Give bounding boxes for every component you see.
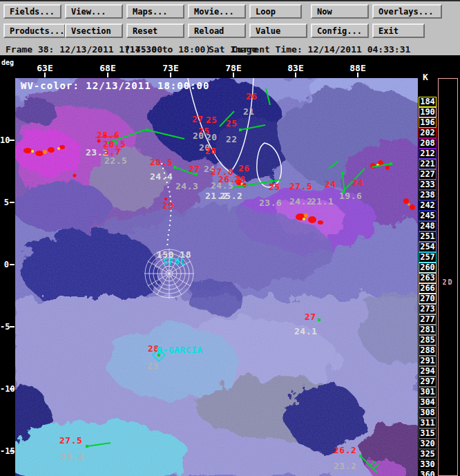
colorbar-value: 251 — [419, 232, 436, 241]
colorbar-value: 330 — [419, 460, 436, 469]
colorbar-entry: 294 — [419, 366, 437, 377]
colorbar-value: 320 — [419, 439, 436, 448]
lat-tick-label: -15 — [0, 446, 9, 456]
colorbar-entry: 308 — [419, 408, 437, 418]
colorbar-value: 360 — [419, 470, 436, 476]
menu-button-maps[interactable]: Maps... — [126, 4, 184, 19]
menu-button-products[interactable]: Products... — [3, 23, 66, 38]
colorbar-entry: 233 — [419, 180, 437, 190]
colorbar-value: 277 — [419, 315, 436, 324]
colorbar-entry: 254 — [419, 242, 437, 252]
lat-tick-mark — [10, 202, 15, 203]
colorbar-value: 257 — [419, 253, 436, 262]
image-title: WV-color: 12/13/2011 18:00:00 — [21, 80, 209, 91]
lat-tick-label: 5 — [0, 198, 9, 207]
colorbar-value: 248 — [419, 222, 436, 231]
colorbar-value: 281 — [419, 325, 436, 334]
colorbar-value: 288 — [419, 346, 436, 355]
colorbar-value: 238 — [419, 191, 436, 200]
menu-button-exit[interactable]: Exit — [372, 23, 425, 38]
colorbar-value: 254 — [419, 242, 436, 251]
colorbar-entry: 202 — [419, 128, 437, 138]
menu-button-reload[interactable]: Reload — [188, 23, 246, 38]
colorbar-entry: 311 — [419, 418, 437, 428]
menu-button-config[interactable]: Config... — [311, 23, 369, 38]
lat-tick-label: 10 — [0, 135, 9, 145]
menu-button-now[interactable]: Now — [311, 4, 369, 19]
colorbar-entry: 245 — [419, 211, 437, 221]
colorbar-entry: 285 — [419, 335, 437, 345]
lat-tick-label: -10 — [0, 384, 9, 394]
menu-bar: Fields...View...Maps...Movie...LoopNowOv… — [0, 0, 460, 55]
colorbar-value: 266 — [419, 284, 436, 293]
colorbar-entry: 277 — [419, 314, 437, 325]
wind-vector-dot — [86, 445, 88, 448]
lat-tick-label: 0 — [0, 260, 9, 269]
colorbar-value: 304 — [419, 398, 436, 407]
wind-vector-dot — [318, 318, 320, 321]
satellite-image-display[interactable] — [15, 78, 418, 476]
colorbar-value: 245 — [419, 211, 436, 220]
menu-button-value[interactable]: Value — [249, 23, 307, 38]
menu-button-vsection[interactable]: Vsection — [65, 23, 123, 38]
colorbar-entry: 251 — [419, 231, 437, 242]
colorbar-entry: 190 — [419, 107, 437, 117]
colorbar-entry: 360 — [419, 470, 437, 476]
colorbar-entry: 208 — [419, 138, 437, 149]
lon-tick-label: 78E — [225, 63, 241, 73]
colorbar-entry: 288 — [419, 345, 437, 356]
menu-button-view[interactable]: View... — [65, 4, 123, 19]
colorbar-entry: 315 — [419, 428, 437, 439]
colorbar-entry: 297 — [419, 377, 437, 387]
colorbar-entry: 270 — [419, 294, 437, 304]
lon-tick-mark — [295, 73, 296, 77]
lat-tick-mark — [10, 388, 15, 390]
lon-tick-mark — [107, 73, 108, 77]
colorbar-entry: 212 — [419, 149, 437, 159]
colorbar-entry: 196 — [419, 117, 437, 128]
colorbar-value: 301 — [419, 388, 436, 397]
wind-vector-dot — [390, 162, 392, 165]
colorbar-entry: 221 — [419, 159, 437, 169]
menu-button-reset[interactable]: Reset — [126, 23, 184, 38]
colorbar-entry: 291 — [419, 356, 437, 366]
menu-button-overlays[interactable]: Overlays... — [372, 4, 442, 19]
mcidas-weather-workstation: { "menu": { "row1": ["Fields...","View..… — [0, 0, 460, 476]
lon-tick-mark — [233, 73, 234, 77]
colorbar-value: 273 — [419, 305, 436, 314]
colorbar-value: 308 — [419, 408, 436, 417]
colorbar-value: 291 — [419, 356, 436, 365]
colorbar-value: 242 — [419, 201, 436, 210]
lon-tick-label: 73E — [162, 63, 178, 73]
lat-tick-mark — [10, 264, 15, 265]
lon-tick-mark — [44, 73, 46, 77]
menu-button-movie[interactable]: Movie... — [188, 4, 246, 19]
colorbar-value: 294 — [419, 367, 436, 376]
colorbar-value: 270 — [419, 294, 436, 303]
colorbar-entry: 325 — [419, 449, 437, 459]
colorbar-entry: 320 — [419, 439, 437, 449]
wind-vector-dot — [239, 128, 242, 131]
colorbar-value: 285 — [419, 336, 436, 345]
colorbar-value: 315 — [419, 429, 436, 438]
colorbar-unit-label: K — [423, 72, 428, 82]
image-grain — [15, 78, 418, 476]
colorbar-value: 208 — [419, 139, 436, 148]
menu-button-loop[interactable]: Loop — [249, 4, 302, 19]
colorbar-entry: 238 — [419, 190, 437, 200]
wind-vector-dot — [173, 166, 176, 169]
colorbar-entry: 257 — [419, 252, 437, 263]
wind-vector-dot — [359, 455, 362, 457]
brightness-temperature-colorbar: 1841901962022082122212272332382422452482… — [419, 97, 437, 476]
wind-vector-dot — [146, 128, 148, 131]
colorbar-value: 263 — [419, 274, 436, 283]
colorbar-value: 212 — [419, 149, 436, 158]
colorbar-value: 184 — [419, 97, 436, 106]
lat-tick-mark — [10, 450, 15, 452]
colorbar-value: 190 — [419, 108, 436, 117]
axis-unit-label: deg — [1, 59, 14, 66]
colorbar-value: 221 — [419, 160, 436, 169]
menu-button-fields[interactable]: Fields... — [3, 4, 61, 19]
status-time-range: (17:30 to 18:00) — [124, 44, 211, 55]
colorbar-entry: 227 — [419, 169, 437, 180]
